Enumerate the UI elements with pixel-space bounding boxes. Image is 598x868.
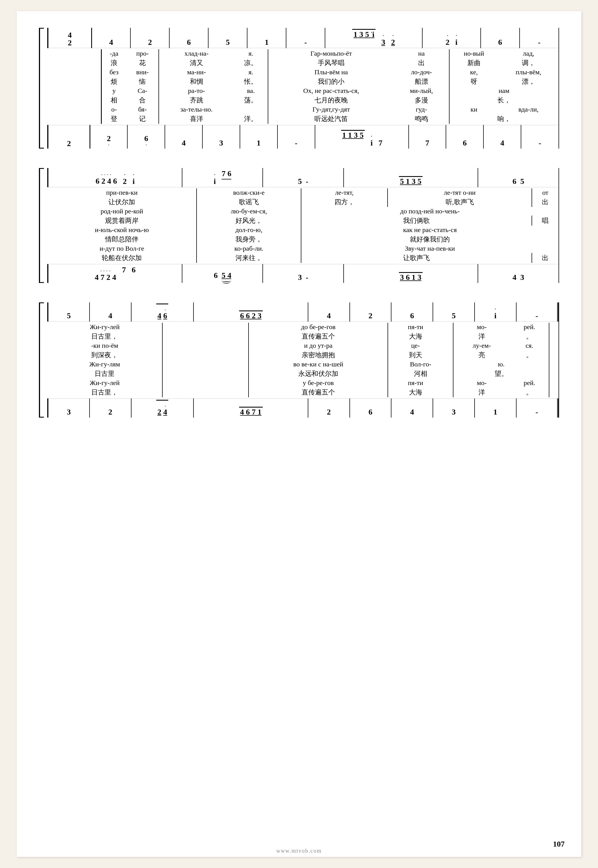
s3l8c4: 大海	[388, 387, 443, 397]
s3l5c6	[549, 360, 559, 369]
l6c7: 长，	[449, 95, 559, 105]
l5c1: у	[101, 87, 126, 95]
s3l6c2	[162, 369, 248, 379]
l2c4: 凉。	[234, 58, 268, 68]
s3l3c6: лу-ем-	[453, 341, 510, 350]
s3-bar2: 4 · 6	[131, 303, 194, 322]
s2l2c5: 出	[532, 197, 559, 207]
s3l8c7: 。	[510, 387, 549, 397]
bass-bar5-n2: 6	[446, 125, 483, 149]
l3c4: я.	[234, 68, 268, 76]
s2-n2: · 2	[123, 173, 127, 186]
bracket-3	[39, 303, 44, 418]
s3l8c3: 直传遍五个	[248, 387, 388, 397]
bass-b4-note: 1 1 3 5	[342, 131, 364, 139]
s3-bar6-n1: · i	[475, 303, 516, 322]
s3-bar4-n1: 4	[308, 303, 350, 322]
s3l6c4: 河相	[388, 369, 453, 379]
s2l3c3: до позд-ней но-чень-	[301, 207, 559, 216]
bass-bar1-n1: · 2 ·	[90, 125, 128, 149]
l8c5: 听远处汽笛	[268, 114, 394, 124]
s2l7c2: ко-раб-ли.	[197, 244, 301, 253]
bass-bar6-n1: 4	[483, 125, 521, 149]
s3l3c1: -ки по-ём	[47, 341, 162, 350]
s3l5c4: Вол-го-	[388, 360, 453, 369]
l5c6: ми-лый,	[394, 87, 449, 95]
s3-bass-b1-n1: 3	[48, 399, 90, 418]
s3-bass-b2-beam: 2 · 4	[156, 400, 168, 417]
section-3: 5 4 4 · 6	[39, 303, 559, 418]
lyric-row-7: о- бя- за-телы-но. Гу-дят,гу-дят гуд- ки…	[47, 105, 559, 114]
note-dot-2: · 2	[391, 34, 395, 47]
bar6-note1: 6	[481, 28, 520, 48]
s2-bass-b4: 3 6 1 3	[344, 264, 478, 283]
s2-bass-b3: 3 -	[263, 264, 343, 283]
s2-bar2: · i 7 6	[182, 168, 263, 187]
s3l4c7: 。	[510, 350, 549, 360]
s3l5c5: ю.	[453, 360, 549, 369]
staff-content-1: 4 2 4 2 6 5 1 - 1 3 5 ·i	[47, 28, 559, 148]
s3l4c8	[549, 350, 559, 360]
s3l6c3: 永远和伏尔加	[248, 369, 388, 379]
bass-bar6-n2: -	[521, 125, 559, 149]
s2-bass-b1: · · · · 4 7 2 4 7 6	[48, 264, 182, 283]
s3l8c6: 洋	[453, 387, 510, 397]
s3-bar2-beam: 4 · 6	[156, 304, 168, 320]
s3l3c4: це-	[388, 341, 443, 350]
s3l6c5: 望。	[453, 369, 549, 379]
s2-n3: · i	[133, 173, 135, 186]
lyrics-block-2: при-пев-ки волж-ски-е ле-тят, ле-тят о-н…	[47, 187, 559, 264]
l3c6: ло-доч-	[394, 68, 449, 76]
lyric-row-8: 登 记 喜洋 洋。 听远处汽笛 鸣鸣 响，	[47, 114, 559, 124]
s3bb2n1: 2	[157, 404, 161, 417]
s3l1c8	[549, 323, 559, 331]
s2l4c1: 观赏着两岸	[47, 216, 197, 226]
s3l2c7: 。	[510, 331, 549, 341]
l1c3: хлад-на-	[159, 49, 234, 58]
lyrics-block-3: Жи-гу-лей до бе-ре-гов пя-ти мо- рей. 日古…	[47, 322, 559, 399]
s3l4c3: 亲密地拥抱	[248, 350, 388, 360]
l7c7: ки	[449, 105, 498, 114]
bass-notes-1: 2 · 2 · 6 ·	[48, 125, 559, 149]
s2l1c3: ле-тят,	[301, 188, 387, 197]
l4c8: 漂，	[498, 76, 559, 87]
time-den: 2	[68, 38, 72, 47]
s3-lyric-1: Жи-гу-лей до бе-ре-гов пя-ти мо- рей.	[47, 323, 559, 331]
l2c6: 出	[394, 58, 449, 68]
s3l2c1: 日古里，	[47, 331, 162, 341]
l6c4: 荡。	[234, 95, 268, 105]
s2-n1: · · · · 6 2 4 6	[96, 173, 117, 186]
lyric-tsig8	[47, 114, 101, 124]
s3b2n1: 4	[157, 308, 161, 320]
s3-lyric-2: 日古里， 直传遍五个 大海 洋 。	[47, 331, 559, 341]
lyric-tsig4	[47, 76, 101, 87]
lyric-row-4: 烦 恼 和惆 怅。 我们的小 船漂 呀 漂，	[47, 76, 559, 87]
l4c1: 烦	[101, 76, 126, 87]
s2-bar4: 5 1 3 5	[344, 168, 478, 187]
note-i-1: · i	[455, 34, 457, 47]
bass-table-3: 3 2 2 · 4	[47, 399, 559, 418]
s3l7c4: пя-ти	[388, 379, 443, 387]
s2l8c2: 河来往，	[197, 253, 301, 263]
s3l2c2	[162, 331, 248, 341]
s3-bass-b5-n2: 3	[433, 399, 475, 418]
lyric-tsig7	[47, 105, 101, 114]
s2l5c2: дол-го-ю,	[197, 226, 301, 234]
s2bn2: 7	[122, 265, 126, 274]
s3l8c5	[443, 387, 453, 397]
l7c2: бя-	[127, 105, 159, 114]
lyric-row-3: без вни- ма-ни- я. Плы-вём на ло-доч- ке…	[47, 68, 559, 76]
s3l6c6	[549, 369, 559, 379]
lyrics-table-2: при-пев-ки волж-ски-е ле-тят, ле-тят о-н…	[47, 188, 559, 263]
bass-note-dot1: · 2 ·	[107, 130, 111, 147]
s2-lyric-5: и-юль-ской ночь-ю дол-го-ю, как не рас-с…	[47, 226, 559, 234]
s3l4c2	[162, 350, 248, 360]
bass-note-7: · 7	[378, 135, 382, 147]
s2-n4: · i	[214, 173, 216, 186]
s3l2c3: 直传遍五个	[248, 331, 388, 341]
lyric-row-1: -да про- хлад-на- я. Гар-моньпо-ёт на но…	[47, 49, 559, 58]
s2-lyric-1: при-пев-ки волж-ски-е ле-тят, ле-тят о-н…	[47, 188, 559, 197]
s2l1c4: ле-тят о-ни	[387, 188, 532, 197]
time-num: 4	[68, 31, 72, 39]
website-label: www.mtvob.com	[277, 848, 322, 854]
